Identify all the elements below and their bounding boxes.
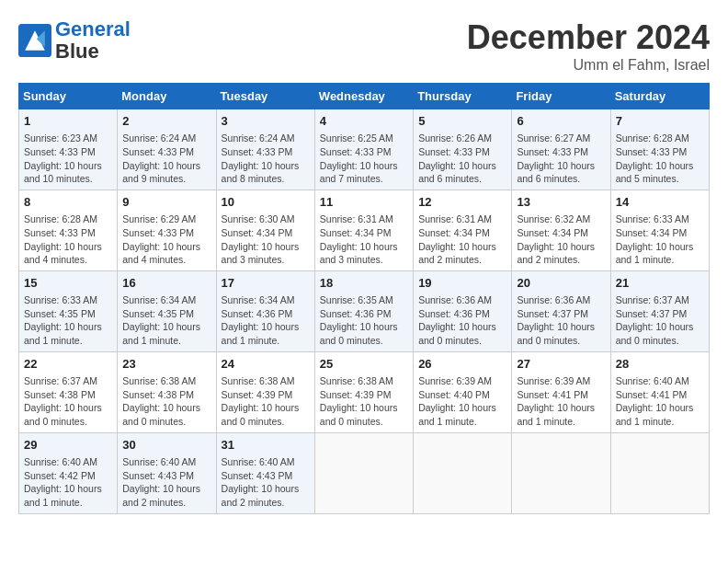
day-20: 20 Sunrise: 6:36 AMSunset: 4:37 PMDaylig… [512,270,610,351]
header-tuesday: Tuesday [216,84,314,109]
day-26: 26 Sunrise: 6:39 AMSunset: 4:40 PMDaylig… [414,351,512,432]
day-16: 16 Sunrise: 6:34 AMSunset: 4:35 PMDaylig… [118,270,216,351]
day-17: 17 Sunrise: 6:34 AMSunset: 4:36 PMDaylig… [216,270,314,351]
day-18: 18 Sunrise: 6:35 AMSunset: 4:36 PMDaylig… [314,270,413,351]
day-5: 5 Sunrise: 6:26 AMSunset: 4:33 PMDayligh… [414,109,512,190]
day-29: 29 Sunrise: 6:40 AMSunset: 4:42 PMDaylig… [19,432,118,513]
day-12: 12 Sunrise: 6:31 AMSunset: 4:34 PMDaylig… [414,190,512,270]
day-21: 21 Sunrise: 6:37 AMSunset: 4:37 PMDaylig… [610,270,709,351]
header-friday: Friday [512,84,610,109]
day-31: 31 Sunrise: 6:40 AMSunset: 4:43 PMDaylig… [216,432,314,513]
header-saturday: Saturday [610,84,709,109]
day-3: 3 Sunrise: 6:24 AMSunset: 4:33 PMDayligh… [216,109,314,190]
day-7: 7 Sunrise: 6:28 AMSunset: 4:33 PMDayligh… [610,109,709,190]
header-thursday: Thursday [414,84,512,109]
day-6: 6 Sunrise: 6:27 AMSunset: 4:33 PMDayligh… [512,109,610,190]
day-24: 24 Sunrise: 6:38 AMSunset: 4:39 PMDaylig… [216,351,314,432]
day-14: 14 Sunrise: 6:33 AMSunset: 4:34 PMDaylig… [610,190,709,270]
day-2: 2 Sunrise: 6:24 AMSunset: 4:33 PMDayligh… [118,109,216,190]
day-22: 22 Sunrise: 6:37 AMSunset: 4:38 PMDaylig… [19,351,118,432]
calendar-table: Sunday Monday Tuesday Wednesday Thursday… [18,83,710,514]
calendar-header-row: Sunday Monday Tuesday Wednesday Thursday… [19,84,710,109]
day-28: 28 Sunrise: 6:40 AMSunset: 4:41 PMDaylig… [610,351,709,432]
empty-cell-4 [610,432,709,513]
day-25: 25 Sunrise: 6:38 AMSunset: 4:39 PMDaylig… [314,351,413,432]
day-19: 19 Sunrise: 6:36 AMSunset: 4:36 PMDaylig… [414,270,512,351]
week-row-2: 8 Sunrise: 6:28 AMSunset: 4:33 PMDayligh… [19,190,710,270]
logo: GeneralBlue [18,18,131,63]
day-10: 10 Sunrise: 6:30 AMSunset: 4:34 PMDaylig… [216,190,314,270]
title-section: December 2024 Umm el Fahm, Israel [467,18,710,74]
header-sunday: Sunday [19,84,118,109]
day-8: 8 Sunrise: 6:28 AMSunset: 4:33 PMDayligh… [19,190,118,270]
empty-cell-2 [414,432,512,513]
month-title: December 2024 [467,18,710,57]
empty-cell-1 [314,432,413,513]
logo-icon [18,24,51,57]
day-4: 4 Sunrise: 6:25 AMSunset: 4:33 PMDayligh… [314,109,413,190]
day-1: 1 Sunrise: 6:23 AMSunset: 4:33 PMDayligh… [19,109,118,190]
day-11: 11 Sunrise: 6:31 AMSunset: 4:34 PMDaylig… [314,190,413,270]
day-30: 30 Sunrise: 6:40 AMSunset: 4:43 PMDaylig… [118,432,216,513]
day-13: 13 Sunrise: 6:32 AMSunset: 4:34 PMDaylig… [512,190,610,270]
header-wednesday: Wednesday [314,84,413,109]
day-9: 9 Sunrise: 6:29 AMSunset: 4:33 PMDayligh… [118,190,216,270]
page-header: GeneralBlue December 2024 Umm el Fahm, I… [18,18,710,74]
day-27: 27 Sunrise: 6:39 AMSunset: 4:41 PMDaylig… [512,351,610,432]
week-row-5: 29 Sunrise: 6:40 AMSunset: 4:42 PMDaylig… [19,432,710,513]
header-monday: Monday [118,84,216,109]
week-row-1: 1 Sunrise: 6:23 AMSunset: 4:33 PMDayligh… [19,109,710,190]
empty-cell-3 [512,432,610,513]
week-row-4: 22 Sunrise: 6:37 AMSunset: 4:38 PMDaylig… [19,351,710,432]
day-23: 23 Sunrise: 6:38 AMSunset: 4:38 PMDaylig… [118,351,216,432]
week-row-3: 15 Sunrise: 6:33 AMSunset: 4:35 PMDaylig… [19,270,710,351]
logo-text: GeneralBlue [55,18,131,63]
day-15: 15 Sunrise: 6:33 AMSunset: 4:35 PMDaylig… [19,270,118,351]
location-title: Umm el Fahm, Israel [467,57,710,74]
